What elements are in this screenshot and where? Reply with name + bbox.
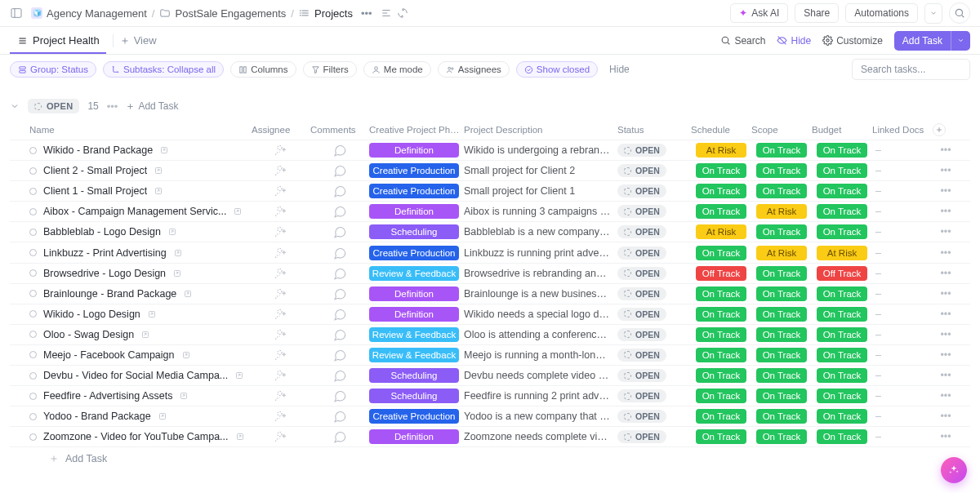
scope-cell[interactable]: At Risk bbox=[751, 204, 812, 219]
open-task-icon[interactable] bbox=[234, 371, 244, 380]
status-cell[interactable]: OPEN bbox=[617, 184, 691, 198]
task-name-cell[interactable]: Client 1 - Small Project bbox=[29, 185, 252, 197]
row-actions[interactable]: ••• bbox=[933, 390, 959, 402]
task-status-dot[interactable] bbox=[29, 372, 37, 380]
assignee-cell[interactable] bbox=[252, 429, 310, 444]
phase-cell[interactable]: Scheduling bbox=[369, 368, 464, 383]
schedule-cell[interactable]: On Track bbox=[691, 163, 751, 178]
description-cell[interactable]: Wikido is undergoing a rebrand an... bbox=[464, 144, 617, 156]
breadcrumb-current[interactable]: Projects bbox=[299, 7, 353, 20]
task-name-cell[interactable]: Yodoo - Brand Package bbox=[29, 411, 252, 422]
phase-cell[interactable]: Definition bbox=[369, 286, 464, 301]
status-cell[interactable]: OPEN bbox=[617, 164, 691, 177]
assignee-cell[interactable] bbox=[252, 143, 310, 158]
table-row[interactable]: Feedfire - Advertising Assets Scheduling… bbox=[10, 385, 970, 406]
comments-cell[interactable] bbox=[310, 307, 369, 322]
linked-docs-cell[interactable]: – bbox=[872, 431, 933, 442]
view-customize-button[interactable]: Customize bbox=[822, 35, 883, 47]
task-status-dot[interactable] bbox=[29, 208, 37, 215]
toolbar-hide-link[interactable]: Hide bbox=[609, 64, 630, 75]
group-collapse-toggle[interactable] bbox=[10, 101, 20, 111]
schedule-cell[interactable]: At Risk bbox=[691, 143, 751, 158]
status-cell[interactable]: OPEN bbox=[617, 287, 691, 300]
scope-cell[interactable]: On Track bbox=[751, 307, 812, 322]
row-actions[interactable]: ••• bbox=[933, 288, 959, 300]
phase-cell[interactable]: Review & Feedback bbox=[369, 348, 464, 362]
row-actions[interactable]: ••• bbox=[933, 411, 959, 422]
assignee-cell[interactable] bbox=[252, 409, 310, 424]
breadcrumb-more-icon[interactable]: ••• bbox=[358, 6, 376, 21]
global-search-button[interactable] bbox=[949, 2, 970, 24]
row-actions[interactable]: ••• bbox=[933, 247, 959, 259]
task-status-dot[interactable] bbox=[29, 393, 37, 400]
phase-cell[interactable]: Scheduling bbox=[369, 224, 464, 239]
task-status-dot[interactable] bbox=[29, 290, 37, 297]
phase-cell[interactable]: Creative Production bbox=[369, 246, 464, 260]
scope-cell[interactable]: On Track bbox=[751, 224, 812, 239]
comments-cell[interactable] bbox=[310, 163, 369, 178]
status-cell[interactable]: OPEN bbox=[617, 225, 691, 238]
budget-cell[interactable]: On Track bbox=[812, 327, 872, 342]
task-name-cell[interactable]: Zoomzone - Video for YouTube Campa... bbox=[29, 431, 252, 442]
status-cell[interactable]: OPEN bbox=[617, 144, 691, 157]
row-actions[interactable]: ••• bbox=[933, 309, 959, 320]
comments-cell[interactable] bbox=[310, 327, 369, 342]
schedule-cell[interactable]: On Track bbox=[691, 307, 751, 322]
assignee-cell[interactable] bbox=[252, 327, 310, 342]
status-cell[interactable]: OPEN bbox=[617, 349, 691, 362]
add-task-dropdown[interactable] bbox=[951, 31, 970, 51]
budget-cell[interactable]: On Track bbox=[812, 163, 872, 178]
linked-docs-cell[interactable]: – bbox=[872, 206, 933, 217]
assignee-cell[interactable] bbox=[252, 266, 310, 281]
budget-cell[interactable]: On Track bbox=[812, 184, 872, 198]
quick-create-fab[interactable] bbox=[941, 457, 967, 483]
linked-docs-cell[interactable]: – bbox=[872, 411, 933, 422]
row-actions[interactable]: ••• bbox=[933, 144, 959, 156]
phase-cell[interactable]: Review & Feedback bbox=[369, 266, 464, 281]
open-task-icon[interactable] bbox=[140, 330, 150, 340]
linked-docs-cell[interactable]: – bbox=[872, 185, 933, 197]
chip-show-closed[interactable]: Show closed bbox=[516, 61, 598, 78]
table-row[interactable]: Devbu - Video for Social Media Campa... … bbox=[10, 365, 970, 385]
table-row[interactable]: Wikido - Logo Design Definition Wikido n… bbox=[10, 304, 970, 324]
task-status-dot[interactable] bbox=[29, 413, 37, 420]
task-name-cell[interactable]: Browsedrive - Logo Design bbox=[29, 268, 252, 279]
col-assignee[interactable]: Assignee bbox=[252, 125, 310, 135]
comments-cell[interactable] bbox=[310, 266, 369, 281]
comments-cell[interactable] bbox=[310, 184, 369, 198]
schedule-cell[interactable]: On Track bbox=[691, 246, 751, 260]
task-status-dot[interactable] bbox=[29, 351, 37, 358]
linked-docs-cell[interactable]: – bbox=[872, 370, 933, 381]
comments-cell[interactable] bbox=[310, 224, 369, 239]
comments-cell[interactable] bbox=[310, 368, 369, 383]
row-actions[interactable]: ••• bbox=[933, 165, 959, 176]
comments-cell[interactable] bbox=[310, 204, 369, 219]
chip-columns[interactable]: Columns bbox=[230, 61, 296, 78]
assignee-cell[interactable] bbox=[252, 286, 310, 301]
col-budget[interactable]: Budget bbox=[812, 125, 872, 135]
nav-refresh-icon[interactable] bbox=[397, 7, 408, 19]
automations-button[interactable]: Automations bbox=[845, 3, 918, 23]
schedule-cell[interactable]: At Risk bbox=[691, 224, 751, 239]
description-cell[interactable]: Small project for Client 2 bbox=[464, 165, 617, 176]
row-actions[interactable]: ••• bbox=[933, 329, 959, 340]
row-actions[interactable]: ••• bbox=[933, 349, 959, 361]
budget-cell[interactable]: Off Track bbox=[812, 266, 872, 281]
scope-cell[interactable]: On Track bbox=[751, 286, 812, 301]
schedule-cell[interactable]: On Track bbox=[691, 429, 751, 444]
status-cell[interactable]: OPEN bbox=[617, 369, 691, 382]
col-phase[interactable]: Creative Project Phase bbox=[369, 125, 464, 135]
budget-cell[interactable]: On Track bbox=[812, 389, 872, 403]
comments-cell[interactable] bbox=[310, 348, 369, 362]
ask-ai-button[interactable]: ✦ Ask AI bbox=[730, 3, 788, 23]
budget-cell[interactable]: On Track bbox=[812, 429, 872, 444]
task-status-dot[interactable] bbox=[29, 269, 37, 277]
table-row[interactable]: Babbleblab - Logo Design Scheduling Babb… bbox=[10, 221, 970, 242]
add-task-row[interactable]: Add Task bbox=[10, 446, 970, 469]
table-row[interactable]: Linkbuzz - Print Advertising Creative Pr… bbox=[10, 242, 970, 262]
schedule-cell[interactable]: On Track bbox=[691, 184, 751, 198]
budget-cell[interactable]: On Track bbox=[812, 307, 872, 322]
add-column-button[interactable] bbox=[933, 123, 946, 136]
schedule-cell[interactable]: On Track bbox=[691, 368, 751, 383]
task-name-cell[interactable]: Aibox - Campaign Management Servic... bbox=[29, 206, 252, 217]
